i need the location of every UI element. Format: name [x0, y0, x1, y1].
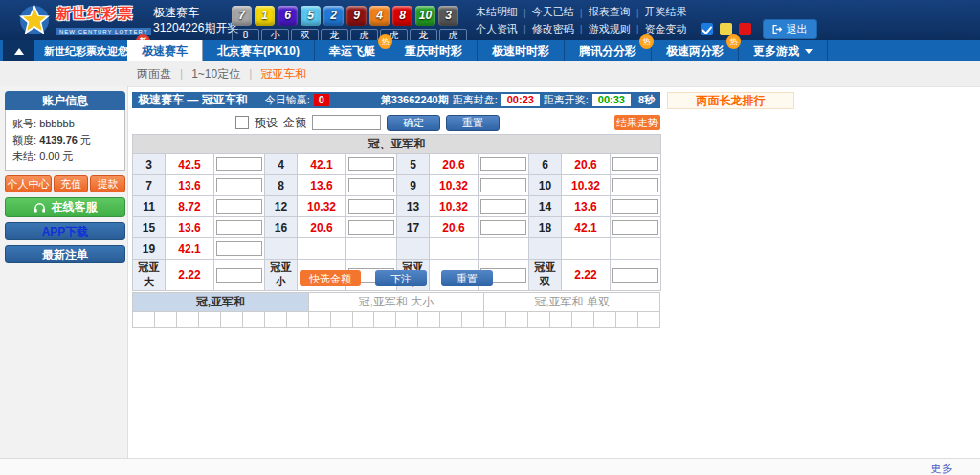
odds-value: 42.5 — [166, 154, 214, 175]
quick-amount-button[interactable]: 快选金额 — [300, 270, 361, 286]
odds-row-3: 1513.61620.61720.61842.1 — [133, 217, 661, 238]
header-link-r2-1[interactable]: 修改密码 — [532, 22, 574, 36]
nav-tab-7[interactable]: 更多游戏 — [739, 40, 828, 61]
header-links-row1: 未结明细|今天已结|报表查询|开奖结果 — [476, 4, 817, 20]
result-cell — [330, 312, 352, 328]
result-ball-9: 9 — [346, 6, 367, 26]
header-link-r1-2[interactable]: 报表查询 — [589, 5, 631, 19]
latest-orders-button[interactable]: 最新注单 — [5, 245, 125, 263]
bet-input-cell — [479, 217, 529, 238]
bet-amount-input[interactable] — [216, 199, 262, 214]
personal-center-button[interactable]: 个人中心 — [5, 175, 52, 192]
exit-icon — [772, 24, 783, 34]
odds-value: 20.6 — [562, 154, 611, 175]
close-countdown-value: 00:23 — [501, 94, 540, 106]
seconds-indicator: 8秒 — [638, 93, 655, 107]
header-link-r2-0[interactable]: 个人资讯 — [476, 22, 518, 36]
result-cell — [637, 312, 659, 328]
confirm-button[interactable]: 确定 — [387, 115, 440, 131]
logout-label: 退出 — [787, 22, 808, 36]
subnav-item-0[interactable]: 两面盘 — [137, 66, 171, 82]
bet-amount-input[interactable] — [348, 178, 394, 192]
bet-amount-input[interactable] — [348, 199, 394, 214]
bet-amount-input[interactable] — [348, 157, 394, 171]
bet-amount-input[interactable] — [612, 157, 658, 171]
nav-tab-2[interactable]: 幸运飞艇热 — [315, 40, 390, 61]
bet-controls: 预设 金额 确定 重置 结果走势 — [132, 114, 660, 131]
brand-logo[interactable]: 新世纪彩票 NEW CENTURY LOTTERY — [17, 3, 151, 37]
header-links: 未结明细|今天已结|报表查询|开奖结果 个人资讯|修改密码|游戏规则|资金变动退… — [476, 4, 817, 37]
bet-option-name: 3 — [133, 154, 166, 175]
header-link-r1-0[interactable]: 未结明细 — [476, 5, 518, 19]
nav-tab-1[interactable]: 北京赛车(PK10) — [203, 40, 315, 61]
bet-amount-input[interactable] — [612, 220, 658, 235]
results-section-0[interactable]: 冠,亚军和 — [133, 293, 309, 312]
balance-unit: 元 — [80, 134, 91, 146]
bet-amount-input[interactable] — [480, 157, 526, 171]
preset-amount-input[interactable] — [312, 115, 381, 130]
preset-checkbox[interactable] — [235, 116, 249, 129]
place-bet-button[interactable]: 下注 — [375, 270, 427, 286]
brand-name: 新世纪彩票 — [56, 5, 151, 23]
deposit-button[interactable]: 充值 — [54, 175, 89, 192]
bet-amount-input[interactable] — [480, 199, 526, 214]
subnav-item-1[interactable]: 1~10定位 — [191, 66, 240, 82]
nav-tab-label: 重庆时时彩 — [405, 43, 462, 59]
odds-table-wrap: 冠、亚军和 342.5442.1520.6620.6713.6813.6910.… — [132, 134, 660, 291]
brand-text: 新世纪彩票 NEW CENTURY LOTTERY — [56, 5, 151, 36]
results-section-1[interactable]: 冠,亚军和 大小 — [308, 293, 484, 312]
theme-yellow-swatch[interactable] — [720, 23, 732, 35]
header-link-r1-1[interactable]: 今天已结 — [532, 5, 574, 19]
bet-amount-input[interactable] — [216, 178, 262, 192]
chevron-down-icon — [805, 49, 813, 54]
bet-amount-input[interactable] — [612, 199, 658, 214]
results-section-2[interactable]: 冠,亚军和 单双 — [484, 293, 660, 312]
today-winloss-label: 今日输赢: — [265, 93, 310, 107]
result-cell — [528, 312, 550, 328]
result-trend-button[interactable]: 结果走势 — [614, 115, 660, 130]
header-link-r2-3[interactable]: 资金变动 — [645, 22, 687, 36]
theme-blue-checkbox[interactable] — [701, 23, 713, 35]
header-link-r2-2[interactable]: 游戏规则 — [589, 22, 631, 36]
header-link-r1-3[interactable]: 开奖结果 — [645, 5, 687, 19]
bet-input-cell — [214, 196, 265, 217]
bet-input-cell — [214, 238, 265, 260]
nav-tab-4[interactable]: 极速时时彩 — [478, 40, 565, 61]
subnav-item-2[interactable]: 冠亚车和 — [260, 66, 306, 82]
bet-actions: 快选金额 下注 重置 — [132, 270, 660, 286]
account-balance-row: 额度: 4139.76 元 — [12, 132, 118, 148]
nav-tab-3[interactable]: 重庆时时彩 — [390, 40, 478, 61]
bet-amount-input[interactable] — [216, 220, 262, 235]
collapse-header-button[interactable] — [3, 40, 34, 61]
nav-tab-5[interactable]: 腾讯分分彩热 — [565, 40, 652, 61]
bet-option-name: 10 — [529, 175, 562, 196]
result-cell — [352, 312, 374, 328]
reset-bets-button[interactable]: 重置 — [441, 270, 493, 286]
bet-option-name: 14 — [529, 196, 562, 217]
theme-red-swatch[interactable] — [739, 23, 751, 35]
logout-button[interactable]: 退出 — [763, 19, 817, 39]
bet-amount-input[interactable] — [480, 178, 526, 192]
withdraw-button[interactable]: 提款 — [90, 175, 125, 192]
bet-input-cell — [346, 175, 397, 196]
reset-preset-button[interactable]: 重置 — [446, 115, 500, 131]
bet-option-name: 5 — [397, 154, 430, 175]
nav-tab-6[interactable]: 极速两分彩热 — [652, 40, 739, 61]
more-link[interactable]: 更多 — [930, 461, 953, 475]
brand-tagline: NEW CENTURY LOTTERY — [56, 28, 151, 35]
result-cell — [242, 312, 264, 328]
bet-amount-input[interactable] — [612, 178, 658, 192]
nav-tab-0[interactable]: 极速赛车 — [127, 40, 203, 61]
app-download-button[interactable]: APP下载 — [5, 222, 125, 240]
subnav-bar: 两面盘|1~10定位|冠亚车和 — [0, 61, 980, 87]
bet-amount-input[interactable] — [216, 241, 262, 256]
two-side-streak-rank-button[interactable]: 两面长龙排行 — [667, 92, 794, 109]
bet-amount-input[interactable] — [348, 220, 394, 235]
online-service-button[interactable]: 在线客服 — [5, 197, 125, 217]
odds-value: 10.32 — [562, 175, 611, 196]
bet-input-cell — [214, 217, 265, 238]
bet-amount-input[interactable] — [480, 220, 526, 235]
bet-option-name: 7 — [133, 175, 166, 196]
bet-amount-input[interactable] — [216, 157, 262, 171]
result-ball-7: 7 — [232, 6, 252, 26]
